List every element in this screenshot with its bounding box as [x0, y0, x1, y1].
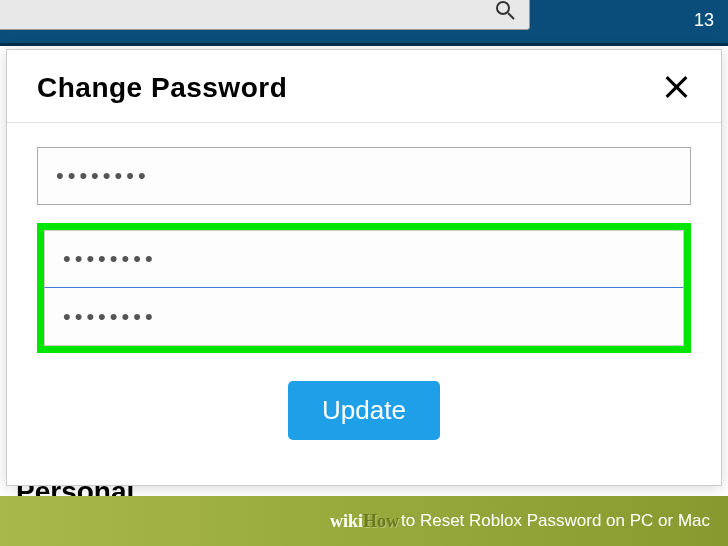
modal-header: Change Password	[7, 50, 721, 123]
highlighted-password-fields	[37, 223, 691, 353]
update-button[interactable]: Update	[288, 381, 440, 440]
wikihow-logo: wikiHow	[330, 511, 399, 532]
search-box[interactable]	[0, 0, 530, 30]
button-row: Update	[37, 381, 691, 440]
close-icon[interactable]	[661, 73, 691, 103]
time-display: 13	[694, 10, 714, 31]
app-top-bar: 13	[0, 0, 728, 46]
svg-point-0	[497, 2, 509, 14]
caption-text: to Reset Roblox Password on PC or Mac	[401, 511, 710, 531]
search-icon	[495, 0, 515, 25]
brand-suffix: How	[363, 511, 399, 531]
confirm-password-input[interactable]	[44, 288, 684, 346]
brand-prefix: wiki	[330, 511, 363, 531]
svg-line-1	[508, 13, 514, 19]
new-password-input[interactable]	[44, 230, 684, 288]
change-password-modal: Change Password Update	[6, 49, 722, 486]
modal-body: Update	[7, 123, 721, 450]
modal-title: Change Password	[37, 72, 287, 104]
wikihow-caption: wikiHow to Reset Roblox Password on PC o…	[0, 496, 728, 546]
current-password-input[interactable]	[37, 147, 691, 205]
